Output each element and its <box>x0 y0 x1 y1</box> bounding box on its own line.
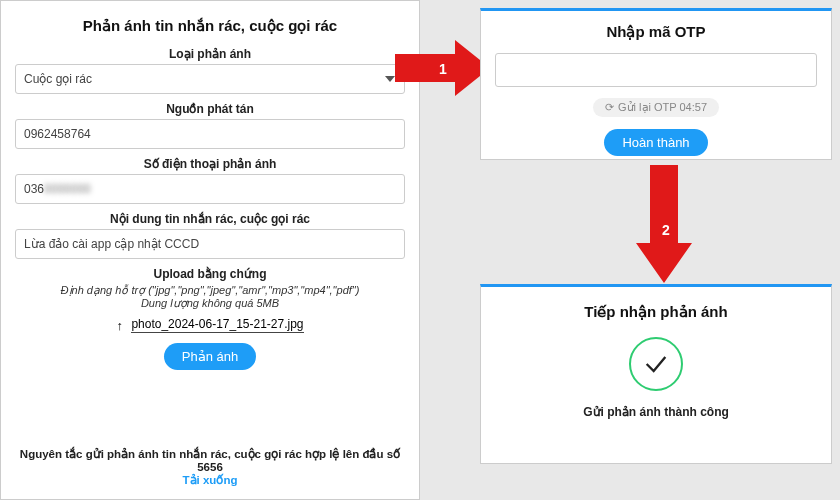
type-select[interactable]: Cuộc gọi rác <box>15 64 405 94</box>
refresh-icon: ⟳ <box>605 101 614 113</box>
success-panel: Tiếp nhận phản ánh Gửi phản ánh thành cô… <box>480 284 832 464</box>
reporter-hidden: 0000000 <box>44 182 91 196</box>
content-input[interactable] <box>15 229 405 259</box>
upload-icon: ↑ <box>116 318 123 333</box>
footer: Nguyên tắc gửi phản ánh tin nhắn rác, cu… <box>15 447 405 487</box>
submit-button[interactable]: Phản ánh <box>164 343 256 370</box>
download-link[interactable]: Tải xuống <box>183 474 238 486</box>
source-label: Nguồn phát tán <box>15 102 405 116</box>
content-label: Nội dung tin nhắn rác, cuộc gọi rác <box>15 212 405 226</box>
reporter-label: Số điện thoại phản ánh <box>15 157 405 171</box>
step-badge-2: 2 <box>654 219 678 241</box>
step-arrow-2: 2 <box>636 165 692 287</box>
otp-input[interactable] <box>495 53 817 87</box>
reporter-prefix: 036 <box>24 182 44 196</box>
upload-hint-formats: Định dạng hỗ trợ ("jpg","png","jpeg","am… <box>15 284 405 297</box>
footer-note: Nguyên tắc gửi phản ánh tin nhắn rác, cu… <box>15 447 405 473</box>
upload-label: Upload bằng chứng <box>15 267 405 281</box>
upload-filename: photo_2024-06-17_15-21-27.jpg <box>131 317 303 333</box>
source-input[interactable] <box>15 119 405 149</box>
upload-file-row[interactable]: ↑ photo_2024-06-17_15-21-27.jpg <box>15 314 405 333</box>
success-check-icon <box>629 337 683 391</box>
step-arrow-1: 1 <box>395 40 490 100</box>
type-label: Loại phản ánh <box>15 47 405 61</box>
upload-hint-size: Dung lượng không quá 5MB <box>15 297 405 310</box>
success-title: Tiếp nhận phản ánh <box>495 303 817 321</box>
resend-label: Gửi lại OTP 04:57 <box>618 101 707 113</box>
otp-done-button[interactable]: Hoàn thành <box>604 129 707 156</box>
form-title: Phản ánh tin nhắn rác, cuộc gọi rác <box>15 17 405 35</box>
resend-otp-button[interactable]: ⟳Gửi lại OTP 04:57 <box>593 98 719 117</box>
otp-panel: Nhập mã OTP ⟳Gửi lại OTP 04:57 Hoàn thàn… <box>480 8 832 160</box>
otp-title: Nhập mã OTP <box>495 23 817 41</box>
step-badge-1: 1 <box>431 58 455 80</box>
submit-wrap: Phản ánh <box>15 343 405 370</box>
reporter-input[interactable]: 0360000000 <box>15 174 405 204</box>
success-message: Gửi phản ánh thành công <box>495 405 817 419</box>
type-select-wrap: Cuộc gọi rác <box>15 64 405 102</box>
report-form-panel: Phản ánh tin nhắn rác, cuộc gọi rác Loại… <box>0 0 420 500</box>
resend-wrap: ⟳Gửi lại OTP 04:57 <box>495 97 817 125</box>
